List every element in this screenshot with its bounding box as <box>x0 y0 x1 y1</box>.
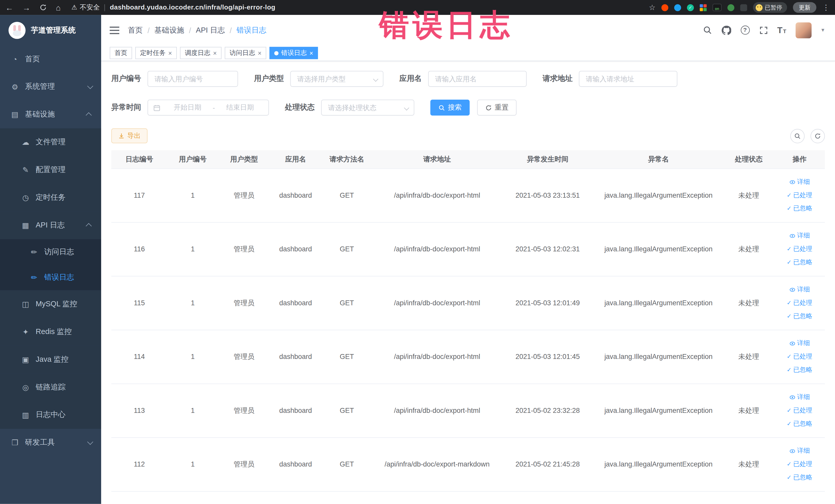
mark-processed-link[interactable]: ✓ 已处理 <box>777 296 822 309</box>
mark-processed-link[interactable]: ✓ 已处理 <box>777 458 822 471</box>
sidebar-item-home[interactable]: ◔ 首页 <box>0 45 101 73</box>
tab-home[interactable]: 首页 <box>109 47 132 59</box>
detail-link[interactable]: 详细 <box>777 390 822 404</box>
sidebar-item-file-management[interactable]: ☁ 文件管理 <box>0 128 101 156</box>
close-icon[interactable]: × <box>258 50 262 56</box>
detail-link[interactable]: 详细 <box>777 229 822 242</box>
mark-processed-link[interactable]: ✓ 已处理 <box>777 188 822 202</box>
user-type-select[interactable] <box>290 71 384 87</box>
sidebar-item-label: 文件管理 <box>36 137 91 147</box>
search-button[interactable]: 搜索 <box>430 100 470 116</box>
close-icon[interactable]: × <box>309 50 313 56</box>
tab-schedule-log[interactable]: 调度日志 × <box>180 47 222 59</box>
paused-extension-badge[interactable]: 已暂停 <box>753 2 787 13</box>
date-range-input[interactable]: 开始日期 - 结束日期 <box>148 100 269 116</box>
avatar-caret-icon[interactable]: ▾ <box>821 27 824 34</box>
table-row: 115 1 管理员 dashboard GET /api/infra/db-do… <box>111 276 825 330</box>
export-button[interactable]: 导出 <box>111 128 148 143</box>
tab-cron-jobs[interactable]: 定时任务 × <box>135 47 177 59</box>
cell-log-id: 116 <box>111 222 167 276</box>
fullscreen-icon[interactable] <box>759 26 768 35</box>
sidebar-item-system-management[interactable]: ⚙ 系统管理 <box>0 73 101 101</box>
breadcrumb-item[interactable]: 首页 <box>128 25 143 35</box>
browser-update-button[interactable]: 更新 <box>793 2 816 13</box>
check-icon: ✓ <box>787 242 792 256</box>
detail-link[interactable]: 详细 <box>777 283 822 296</box>
user-avatar[interactable] <box>796 22 812 38</box>
extension-on-badge-icon[interactable]: on <box>713 4 721 11</box>
detail-link[interactable]: 详细 <box>777 175 822 189</box>
mark-ignored-link[interactable]: ✓ 已忽略 <box>777 417 822 430</box>
gear-icon: ⚙ <box>11 83 19 91</box>
sidebar-item-config-management[interactable]: ✎ 配置管理 <box>0 156 101 184</box>
extension-leaf-icon[interactable] <box>728 4 734 11</box>
sidebar-item-label: Redis 监控 <box>36 327 91 337</box>
browser-menu-button[interactable]: ⋮ <box>822 3 830 12</box>
sidebar-item-label: 日志中心 <box>36 410 91 420</box>
request-url-input[interactable] <box>579 71 677 87</box>
breadcrumb-item-current: 错误日志 <box>237 25 266 35</box>
cell-exception-time: 2021-05-03 12:01:45 <box>502 330 594 384</box>
close-icon[interactable]: × <box>168 50 172 56</box>
toggle-search-button[interactable] <box>790 129 805 143</box>
mark-ignored-link[interactable]: ✓ 已忽略 <box>777 202 822 215</box>
screen: ← → ⌂ ⚠ 不安全 dashboard.yudao.iocoder.cn/i… <box>0 0 835 504</box>
browser-reload-button[interactable] <box>40 4 47 11</box>
sidebar-item-log-center[interactable]: ▥ 日志中心 <box>0 401 101 429</box>
sidebar-item-trace[interactable]: ◎ 链路追踪 <box>0 373 101 401</box>
detail-link[interactable]: 详细 <box>777 337 822 350</box>
cell-request-url: /api/infra/db-doc/export-markdown <box>372 437 502 491</box>
reset-button[interactable]: 重置 <box>477 100 517 116</box>
bookmark-star-icon[interactable]: ☆ <box>649 3 656 12</box>
tab-error-log[interactable]: 错误日志 × <box>269 47 318 59</box>
mark-ignored-link[interactable]: ✓ 已忽略 <box>777 471 822 484</box>
user-id-input[interactable] <box>148 71 238 87</box>
field-label: 请求地址 <box>543 74 572 83</box>
mark-processed-link[interactable]: ✓ 已处理 <box>777 350 822 363</box>
start-date-placeholder: 开始日期 <box>165 103 210 112</box>
active-dot-icon <box>274 51 279 55</box>
close-icon[interactable]: × <box>213 50 217 56</box>
extension-green-check-icon[interactable]: ✓ <box>687 4 694 11</box>
mark-ignored-link[interactable]: ✓ 已忽略 <box>777 309 822 323</box>
page-header: 首页 / 基础设施 / API 日志 / 错误日志 ? <box>101 15 835 45</box>
address-bar[interactable]: ⚠ 不安全 dashboard.yudao.iocoder.cn/infra/l… <box>72 3 276 12</box>
sidebar-item-mysql-monitor[interactable]: ◫ MySQL 监控 <box>0 290 101 318</box>
search-icon[interactable] <box>703 26 712 35</box>
extension-grid-icon[interactable] <box>700 4 707 11</box>
refresh-button[interactable] <box>811 129 825 143</box>
sidebar-item-access-log[interactable]: ✏ 访问日志 <box>0 239 101 265</box>
sidebar-item-java-monitor[interactable]: ▣ Java 监控 <box>0 346 101 373</box>
sidebar-item-error-log[interactable]: ✏ 错误日志 <box>0 265 101 290</box>
detail-link[interactable]: 详细 <box>777 444 822 458</box>
extension-blue-icon[interactable] <box>674 4 681 11</box>
sidebar-item-api-log[interactable]: ▦ API 日志 <box>0 211 101 239</box>
sidebar-item-cron-jobs[interactable]: ◷ 定时任务 <box>0 184 101 211</box>
sidebar-collapse-button[interactable] <box>109 26 119 34</box>
sidebar-item-infrastructure[interactable]: ▤ 基础设施 <box>0 101 101 128</box>
help-icon[interactable]: ? <box>740 26 750 35</box>
mark-ignored-link[interactable]: ✓ 已忽略 <box>777 363 822 377</box>
process-status-select[interactable] <box>321 100 414 116</box>
browser-back-button[interactable]: ← <box>5 3 13 11</box>
extensions-puzzle-icon[interactable] <box>740 4 747 11</box>
tab-access-log[interactable]: 访问日志 × <box>225 47 266 59</box>
sidebar-item-redis-monitor[interactable]: ✦ Redis 监控 <box>0 318 101 346</box>
breadcrumb-item[interactable]: 基础设施 <box>154 25 184 35</box>
browser-forward-button[interactable]: → <box>22 3 30 11</box>
extension-orange-icon[interactable] <box>661 4 668 11</box>
sidebar-item-dev-tools[interactable]: ❒ 研发工具 <box>0 429 101 457</box>
column-header-user-id: 用户编号 <box>167 150 218 168</box>
table-row: 112 1 管理员 dashboard GET /api/infra/db-do… <box>111 437 825 491</box>
browser-home-button[interactable]: ⌂ <box>56 3 61 11</box>
github-icon[interactable] <box>721 25 731 35</box>
browser-toolbar: ← → ⌂ ⚠ 不安全 dashboard.yudao.iocoder.cn/i… <box>0 0 835 15</box>
cell-app-name: dashboard <box>270 168 321 222</box>
mark-ignored-link[interactable]: ✓ 已忽略 <box>777 256 822 269</box>
app-name-input[interactable] <box>428 71 527 87</box>
check-icon: ✓ <box>787 202 792 215</box>
mark-processed-link[interactable]: ✓ 已处理 <box>777 404 822 417</box>
breadcrumb-item[interactable]: API 日志 <box>196 25 225 35</box>
font-size-icon[interactable]: TT <box>777 26 786 35</box>
mark-processed-link[interactable]: ✓ 已处理 <box>777 242 822 256</box>
